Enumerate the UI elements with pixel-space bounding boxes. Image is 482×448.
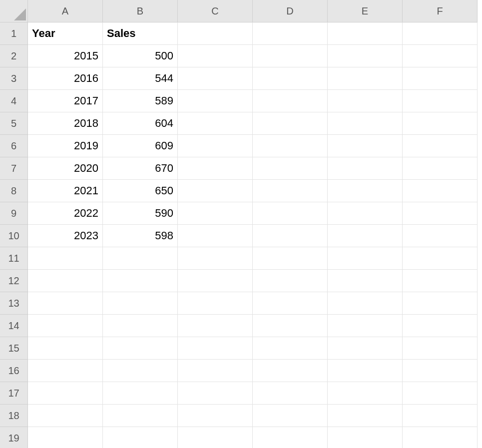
cell-D5[interactable] [253,112,328,135]
row-header-12[interactable]: 12 [0,270,28,292]
cell-D11[interactable] [253,247,328,270]
cell-F7[interactable] [403,157,478,180]
cell-C1[interactable] [178,22,253,45]
cell-F9[interactable] [403,202,478,225]
cell-E12[interactable] [328,270,403,292]
cell-A8[interactable]: 2021 [28,180,103,202]
cell-B15[interactable] [103,337,178,360]
cell-C15[interactable] [178,337,253,360]
cell-B14[interactable] [103,315,178,337]
cell-A5[interactable]: 2018 [28,112,103,135]
cell-E11[interactable] [328,247,403,270]
column-header-B[interactable]: B [103,0,178,22]
cell-D9[interactable] [253,202,328,225]
cell-F1[interactable] [403,22,478,45]
cell-C11[interactable] [178,247,253,270]
cell-B4[interactable]: 589 [103,90,178,112]
cell-A15[interactable] [28,337,103,360]
row-header-5[interactable]: 5 [0,112,28,135]
cell-C16[interactable] [178,360,253,382]
cell-F11[interactable] [403,247,478,270]
cell-A3[interactable]: 2016 [28,67,103,90]
select-all-corner[interactable] [0,0,28,22]
cell-D19[interactable] [253,427,328,448]
cell-D7[interactable] [253,157,328,180]
cell-C5[interactable] [178,112,253,135]
row-header-1[interactable]: 1 [0,22,28,45]
row-header-16[interactable]: 16 [0,360,28,382]
row-header-10[interactable]: 10 [0,225,28,247]
row-header-18[interactable]: 18 [0,405,28,427]
cell-C7[interactable] [178,157,253,180]
cell-B13[interactable] [103,292,178,315]
cell-E14[interactable] [328,315,403,337]
row-header-11[interactable]: 11 [0,247,28,270]
cell-C3[interactable] [178,67,253,90]
cell-F2[interactable] [403,45,478,67]
row-header-4[interactable]: 4 [0,90,28,112]
cell-B6[interactable]: 609 [103,135,178,157]
cell-D13[interactable] [253,292,328,315]
cell-A11[interactable] [28,247,103,270]
row-header-6[interactable]: 6 [0,135,28,157]
cell-B2[interactable]: 500 [103,45,178,67]
cell-C8[interactable] [178,180,253,202]
cell-D15[interactable] [253,337,328,360]
cell-D10[interactable] [253,225,328,247]
cell-D6[interactable] [253,135,328,157]
cell-C13[interactable] [178,292,253,315]
cell-B19[interactable] [103,427,178,448]
column-header-C[interactable]: C [178,0,253,22]
cell-F16[interactable] [403,360,478,382]
cell-B9[interactable]: 590 [103,202,178,225]
cell-F10[interactable] [403,225,478,247]
cell-B5[interactable]: 604 [103,112,178,135]
cell-D2[interactable] [253,45,328,67]
cell-A1[interactable]: Year [28,22,103,45]
cell-B8[interactable]: 650 [103,180,178,202]
cell-B12[interactable] [103,270,178,292]
column-header-F[interactable]: F [403,0,478,22]
cell-E2[interactable] [328,45,403,67]
cell-C19[interactable] [178,427,253,448]
cell-C14[interactable] [178,315,253,337]
cell-F8[interactable] [403,180,478,202]
cell-F17[interactable] [403,382,478,405]
cell-A7[interactable]: 2020 [28,157,103,180]
cell-D3[interactable] [253,67,328,90]
cell-C17[interactable] [178,382,253,405]
cell-E13[interactable] [328,292,403,315]
cell-F6[interactable] [403,135,478,157]
cell-A6[interactable]: 2019 [28,135,103,157]
cell-B10[interactable]: 598 [103,225,178,247]
cell-B17[interactable] [103,382,178,405]
cell-E7[interactable] [328,157,403,180]
cell-A12[interactable] [28,270,103,292]
cell-F19[interactable] [403,427,478,448]
cell-E4[interactable] [328,90,403,112]
cell-F15[interactable] [403,337,478,360]
cell-D18[interactable] [253,405,328,427]
cell-E10[interactable] [328,225,403,247]
cell-B3[interactable]: 544 [103,67,178,90]
cell-F5[interactable] [403,112,478,135]
column-header-E[interactable]: E [328,0,403,22]
cell-F12[interactable] [403,270,478,292]
cell-A16[interactable] [28,360,103,382]
cell-A17[interactable] [28,382,103,405]
cell-D14[interactable] [253,315,328,337]
cell-B7[interactable]: 670 [103,157,178,180]
cell-F14[interactable] [403,315,478,337]
cell-E16[interactable] [328,360,403,382]
cell-E6[interactable] [328,135,403,157]
row-header-19[interactable]: 19 [0,427,28,448]
row-header-2[interactable]: 2 [0,45,28,67]
cell-A9[interactable]: 2022 [28,202,103,225]
cell-F4[interactable] [403,90,478,112]
row-header-7[interactable]: 7 [0,157,28,180]
cell-E1[interactable] [328,22,403,45]
cell-A2[interactable]: 2015 [28,45,103,67]
cell-A4[interactable]: 2017 [28,90,103,112]
spreadsheet-grid[interactable]: ABCDEF1YearSales220155003201654442017589… [0,0,482,448]
cell-B1[interactable]: Sales [103,22,178,45]
